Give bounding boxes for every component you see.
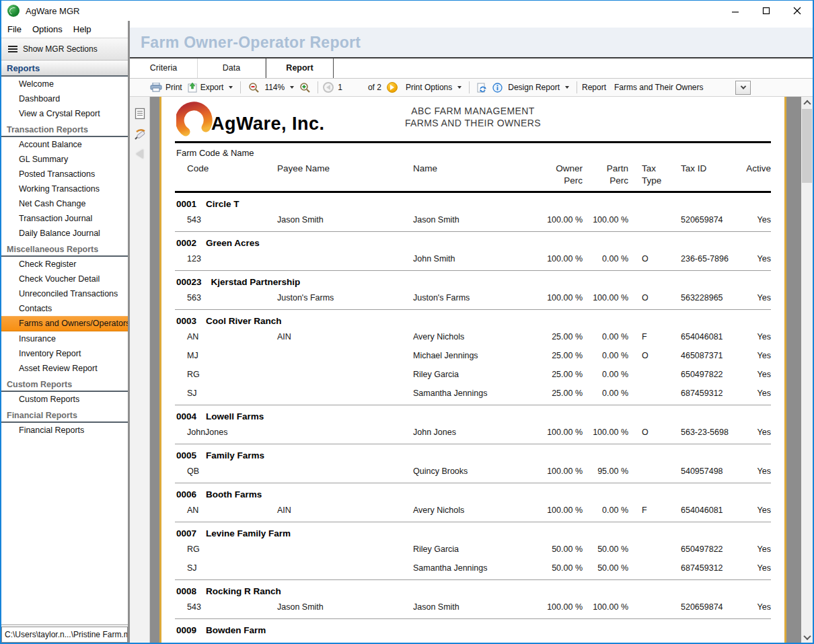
maximize-button[interactable] (751, 1, 782, 21)
cell-name: Jason Smith (413, 602, 534, 612)
report-row: RGRiley Garcia25.00 %0.00 %650497822Yes (175, 365, 771, 384)
cell-active: Yes (732, 293, 771, 303)
show-mgr-sections-button[interactable]: Show MGR Sections (1, 38, 128, 61)
cell-owner: 50.00 % (534, 545, 583, 554)
sidebar-item-dashboard[interactable]: Dashboard (1, 91, 128, 106)
farm-code: 0003 (176, 316, 196, 326)
cell-code: 123 (175, 254, 277, 264)
cell-code: 543 (175, 215, 277, 225)
sidebar-item-inventory-report[interactable]: Inventory Report (1, 346, 128, 361)
sidebar-item-unreconciled-transactions[interactable]: Unreconciled Transactions (1, 286, 128, 301)
sidebar-item-financial-reports[interactable]: Financial Reports (1, 423, 128, 438)
col-tax-id: Tax ID (663, 163, 732, 187)
database-path: C:\Users\taylor.n...\Pristine Farm.mdb (5, 630, 128, 639)
minimize-button[interactable] (720, 1, 751, 21)
zoom-out-button[interactable] (246, 81, 262, 94)
cell-active: Yes (732, 641, 771, 643)
cell-code: AN (175, 332, 277, 341)
zoom-level-dropdown[interactable]: 114% (262, 81, 297, 93)
design-report-dropdown[interactable]: Design Report (505, 81, 572, 93)
pen-icon[interactable] (133, 128, 147, 141)
scrollbar-thumb[interactable] (802, 109, 812, 183)
sidebar-item-farms-and-owners-operators[interactable]: Farms and Owners/Operators (1, 316, 128, 331)
cell-taxtype: O (628, 351, 663, 360)
cell-active: Yes (732, 428, 771, 437)
vertical-scrollbar[interactable] (801, 97, 813, 643)
sidebar-item-check-register[interactable]: Check Register (1, 257, 128, 272)
export-label: Export (200, 83, 224, 92)
cell-active: Yes (732, 389, 771, 398)
cell-partn: 0.00 % (583, 351, 628, 360)
menu-help[interactable]: Help (73, 24, 91, 34)
cell-name: Juston's Farms (413, 293, 534, 303)
cell-name: Riley Garcia (413, 545, 534, 554)
cell-partn: 0.00 % (583, 332, 628, 341)
report-row: ANAINAvery Nichols100.00 %0.00 %F6540460… (175, 501, 771, 520)
close-icon (793, 7, 801, 15)
menu-options[interactable]: Options (32, 24, 63, 34)
sidebar-item-view-a-crystal-report[interactable]: View a Crystal Report (1, 106, 128, 121)
cell-partn: 95.00 % (583, 641, 628, 643)
cell-name: Avery Nichols (413, 506, 534, 515)
close-button[interactable] (782, 1, 813, 21)
zoom-level-value: 114% (264, 83, 285, 92)
hamburger-icon (8, 46, 17, 52)
farm-code: 00023 (176, 277, 202, 287)
info-icon (492, 83, 503, 93)
tab-data[interactable]: Data (198, 58, 266, 78)
sidebar-item-check-voucher-detail[interactable]: Check Voucher Detail (1, 272, 128, 286)
farm-name: Lowell Farms (206, 411, 264, 421)
sidebar-item-asset-review-report[interactable]: Asset Review Report (1, 361, 128, 376)
sidebar-item-custom-reports[interactable]: Custom Reports (1, 392, 128, 407)
cell-payee: Jason Smith (277, 602, 413, 612)
report-row: 543Jason SmithJason Smith100.00 %100.00 … (175, 210, 771, 229)
report-info-button[interactable] (490, 81, 505, 94)
cell-taxtype: O (628, 293, 663, 303)
sidebar-item-daily-balance-journal[interactable]: Daily Balance Journal (1, 226, 128, 241)
sidebar-item-posted-transactions[interactable]: Posted Transactions (1, 167, 128, 182)
cell-partn: 0.00 % (583, 389, 628, 398)
cell-owner: 100.00 % (534, 254, 583, 264)
main-panel: Farm Owner-Operator Report Criteria Data… (130, 21, 813, 643)
notes-icon[interactable] (135, 108, 145, 120)
sidebar-item-gl-summary[interactable]: GL Summary (1, 152, 128, 167)
magnifier-plus-icon (299, 82, 310, 93)
previous-page-button[interactable] (323, 82, 334, 93)
cell-code: QB (175, 467, 277, 476)
chevron-up-icon (803, 99, 811, 107)
cell-partn: 0.00 % (583, 254, 628, 264)
scroll-up-button[interactable] (801, 97, 813, 108)
report-group-header: 0003Cool River Ranch (175, 310, 771, 327)
sidebar-item-working-transactions[interactable]: Working Transactions (1, 182, 128, 196)
report-company-line: ABC FARM MANAGEMENT (175, 105, 771, 117)
cell-code: SJ (175, 389, 277, 398)
report-select-dropdown-button[interactable] (735, 81, 751, 95)
print-options-dropdown[interactable]: Print Options (403, 81, 464, 93)
menu-file[interactable]: File (7, 24, 22, 34)
sidebar-item-transaction-journal[interactable]: Transaction Journal (1, 211, 128, 226)
next-page-button[interactable] (387, 82, 398, 93)
menu-bar: File Options Help (1, 21, 128, 38)
cell-name: Riley Garcia (413, 370, 534, 379)
farm-code: 0008 (176, 586, 196, 596)
sidebar-item-net-cash-change[interactable]: Net Cash Change (1, 196, 128, 211)
zoom-in-button[interactable] (297, 81, 313, 94)
print-button[interactable]: Print (147, 81, 185, 93)
export-button[interactable]: Export (185, 81, 236, 94)
sidebar-item-insurance[interactable]: Insurance (1, 331, 128, 346)
scroll-down-button[interactable] (801, 631, 813, 643)
status-bar: C:\Users\taylor.n...\Pristine Farm.mdb (1, 627, 128, 643)
report-row: ANAINAvery Nichols25.00 %0.00 %F65404608… (175, 327, 771, 346)
col-owner-perc: OwnerPerc (534, 163, 583, 187)
sidebar-item-welcome[interactable]: Welcome (1, 77, 128, 91)
tab-criteria[interactable]: Criteria (130, 58, 198, 78)
report-group-header: 0007Levine Family Farm (175, 522, 771, 540)
report-name-value: Farms and Their Owners (614, 83, 704, 92)
cell-taxid: 654046081 (663, 506, 732, 515)
cell-taxtype: F (628, 506, 663, 515)
sidebar-item-account-balance[interactable]: Account Balance (1, 137, 128, 152)
tab-report[interactable]: Report (266, 58, 334, 78)
refresh-report-button[interactable] (474, 81, 490, 94)
sidebar-item-contacts[interactable]: Contacts (1, 301, 128, 316)
collapse-panel-icon[interactable] (136, 149, 143, 159)
